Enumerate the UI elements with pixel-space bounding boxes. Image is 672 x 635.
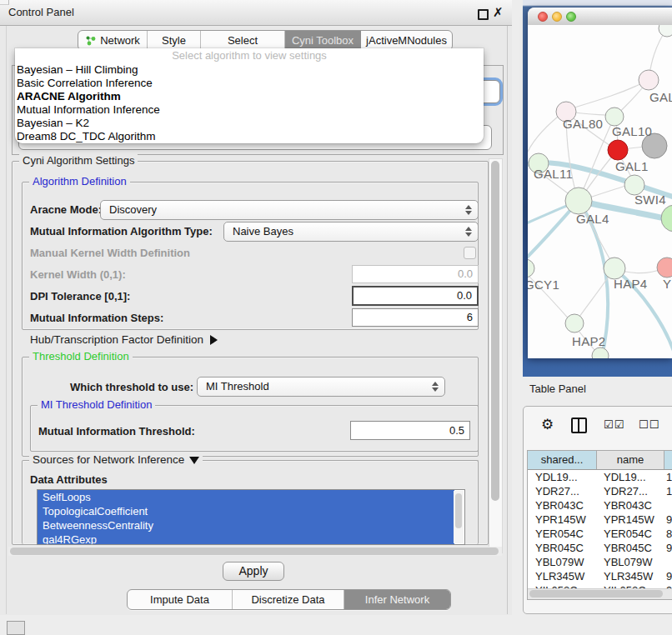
mi-steps-value: 6 xyxy=(353,309,478,326)
spinner-icon xyxy=(432,382,439,392)
table-horizontal-scrollbar-thumb[interactable] xyxy=(529,590,663,598)
dropdown-item[interactable]: Mutual Information Inference xyxy=(15,103,484,117)
minimized-panel-button[interactable] xyxy=(7,621,25,635)
table-row[interactable]: YLR345W YLR345W 9. xyxy=(528,569,672,583)
mi-algorithm-type-value: Naive Bayes xyxy=(233,222,293,241)
cell[interactable]: 13 xyxy=(663,470,672,484)
table-row[interactable]: YDR27... YDR27... 12 xyxy=(528,484,672,498)
table-row[interactable]: YPR145W YPR145W 9. xyxy=(528,512,672,527)
cell[interactable]: YDL19... xyxy=(596,470,663,484)
tab-select[interactable]: Select xyxy=(201,31,285,50)
list-item[interactable]: BetweennessCentrality xyxy=(38,518,454,532)
cell[interactable]: YDL19... xyxy=(528,470,596,484)
float-window-icon[interactable] xyxy=(478,9,489,20)
cell[interactable]: YBL079W xyxy=(528,555,596,569)
table-row[interactable]: YER054C YER054C 8. xyxy=(528,527,672,541)
cell[interactable]: YBR045C xyxy=(528,541,596,555)
column-header-shared-name[interactable]: shared... xyxy=(528,451,597,469)
cell[interactable]: YDR27... xyxy=(528,484,596,498)
cell[interactable]: YDR27... xyxy=(596,484,663,498)
tab-network-label: Network xyxy=(100,31,140,50)
cell[interactable]: 8. xyxy=(663,527,672,541)
gear-icon[interactable]: ⚙ xyxy=(541,416,554,433)
table-row[interactable]: YBR043C YBR043C xyxy=(528,498,672,512)
settings-horizontal-scrollbar-thumb[interactable] xyxy=(10,548,499,555)
network-window-titlebar[interactable] xyxy=(528,8,672,26)
cell[interactable]: YBR043C xyxy=(528,498,596,512)
tab-infer-network-label: Infer Network xyxy=(365,590,429,609)
mi-threshold-field[interactable]: 0.5 xyxy=(350,421,470,440)
close-icon[interactable]: ✗ xyxy=(493,3,504,22)
tab-jactivemnodules[interactable]: jActiveMNodules xyxy=(361,31,452,50)
manual-kernel-width-checkbox[interactable] xyxy=(464,247,476,259)
cell[interactable]: YBL079W xyxy=(596,555,663,569)
table-horizontal-scrollbar[interactable] xyxy=(528,588,672,599)
table-panel-title: Table Panel xyxy=(529,382,586,395)
tab-infer-network[interactable]: Infer Network xyxy=(344,590,450,609)
mi-algorithm-type-combobox[interactable]: Naive Bayes xyxy=(223,222,479,242)
cell[interactable]: 9. xyxy=(663,512,672,527)
aracne-mode-combobox[interactable]: Discovery xyxy=(100,200,479,220)
tab-impute-data[interactable]: Impute Data xyxy=(128,590,233,609)
column-header-cut[interactable] xyxy=(664,451,672,469)
settings-vertical-scrollbar-thumb[interactable] xyxy=(491,161,499,501)
data-attributes-label: Data Attributes xyxy=(30,473,108,486)
cell[interactable]: YPR145W xyxy=(596,512,663,527)
cell[interactable] xyxy=(663,498,672,512)
tab-style[interactable]: Style xyxy=(148,31,201,50)
tab-discretize-data[interactable]: Discretize Data xyxy=(233,590,344,609)
column-header-name[interactable]: name xyxy=(597,451,664,469)
list-scrollbar[interactable] xyxy=(454,491,464,543)
network-graph xyxy=(528,25,672,358)
cell[interactable]: YPR145W xyxy=(528,512,596,527)
settings-vertical-scrollbar[interactable] xyxy=(489,158,503,553)
mi-steps-field[interactable]: 6 xyxy=(352,308,479,327)
sources-title[interactable]: Sources for Network Inference xyxy=(29,453,203,466)
apply-button-label: Apply xyxy=(238,564,268,578)
cell[interactable]: YER054C xyxy=(528,527,596,541)
cell[interactable]: YBR043C xyxy=(596,498,663,512)
dropdown-item[interactable]: Dream8 DC_TDC Algorithm xyxy=(15,130,484,143)
dropdown-item[interactable]: Bayesian – K2 xyxy=(15,117,484,130)
cell[interactable]: YER054C xyxy=(596,527,663,541)
cell[interactable]: YBR045C xyxy=(596,541,663,555)
tab-cyni-toolbox[interactable]: Cyni Toolbox xyxy=(285,31,361,50)
cell[interactable]: YLR345W xyxy=(596,569,663,583)
cell[interactable]: 9. xyxy=(663,569,672,583)
dropdown-item[interactable]: Basic Correlation Inference xyxy=(15,77,484,90)
tab-jactivemnodules-label: jActiveMNodules xyxy=(366,31,447,50)
list-scrollbar-thumb[interactable] xyxy=(455,493,462,528)
cell[interactable]: 9. xyxy=(663,541,672,555)
cell[interactable] xyxy=(663,555,672,569)
spinner-icon xyxy=(465,227,472,237)
columns-icon[interactable] xyxy=(571,418,587,433)
tab-network[interactable]: Network xyxy=(78,31,148,50)
table-row[interactable]: YBR045C YBR045C 9. xyxy=(528,541,672,555)
table-row[interactable]: YDL19... YDL19... 13 xyxy=(528,470,672,484)
cell[interactable]: YLR345W xyxy=(528,569,596,583)
hub-definition-toggle[interactable]: Hub/Transcription Factor Definition xyxy=(30,333,218,346)
settings-horizontal-scrollbar[interactable] xyxy=(8,547,502,556)
table-row[interactable]: YBL079W YBL079W xyxy=(528,555,672,569)
apply-button[interactable]: Apply xyxy=(223,562,284,581)
cell[interactable]: 12 xyxy=(663,484,672,498)
data-attributes-list[interactable]: SelfLoops TopologicalCoefficient Between… xyxy=(37,489,465,545)
zoom-traffic-light[interactable] xyxy=(566,12,576,22)
list-item[interactable]: gal4RGexp xyxy=(38,532,454,545)
table-panel: ⚙ ☑☑ ☐☐ shared... name YDL19... YDL19...… xyxy=(523,406,672,614)
close-traffic-light[interactable] xyxy=(538,12,548,22)
list-item[interactable]: SelfLoops xyxy=(38,490,454,504)
aracne-mode-value: Discovery xyxy=(109,201,157,219)
hide-columns-icon[interactable]: ☐☐ xyxy=(639,418,659,431)
network-canvas[interactable]: GAL GAL80 GAL10 GAL1 GAL11 SWI4 GAL4 GCY… xyxy=(528,25,672,358)
kernel-width-field[interactable]: 0.0 xyxy=(352,265,479,283)
list-item[interactable]: TopologicalCoefficient xyxy=(38,504,454,518)
dropdown-item[interactable]: Bayesian – Hill Climbing xyxy=(15,63,484,77)
dpi-tolerance-field[interactable]: 0.0 xyxy=(352,286,479,306)
which-threshold-value: MI Threshold xyxy=(206,378,269,396)
dropdown-item-selected[interactable]: ARACNE Algorithm xyxy=(15,90,484,103)
which-threshold-combobox[interactable]: MI Threshold xyxy=(197,377,445,397)
dropdown-prompt: Select algorithm to view settings xyxy=(15,48,484,63)
show-checked-columns-icon[interactable]: ☑☑ xyxy=(604,418,624,431)
minimize-traffic-light[interactable] xyxy=(552,12,562,22)
